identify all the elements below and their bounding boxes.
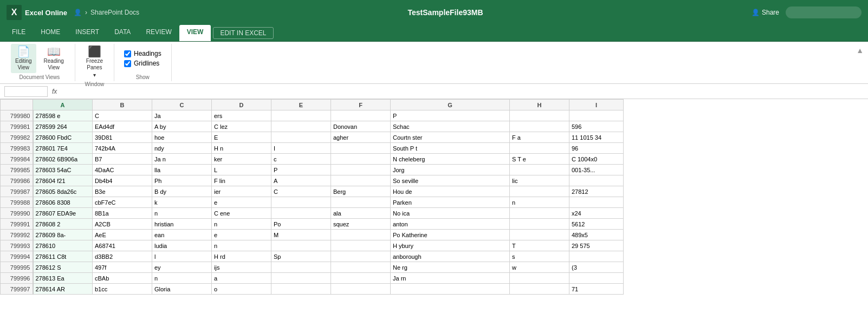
cell-g[interactable]: Parken: [391, 197, 510, 208]
cell-b[interactable]: 39D81: [93, 132, 152, 143]
cell-i[interactable]: 5612: [569, 219, 624, 230]
cell-f[interactable]: Berg: [331, 186, 391, 197]
cell-e[interactable]: [271, 132, 331, 143]
cell-a[interactable]: 278609 8a-: [33, 230, 93, 240]
cell-c[interactable]: l: [152, 251, 212, 262]
cell-d[interactable]: o: [212, 284, 271, 295]
table-row[interactable]: 799990278607 EDA9e8B1anC enealaNo icax24: [1, 208, 624, 219]
cell-f[interactable]: [331, 251, 391, 262]
cell-b[interactable]: Db4b4: [93, 175, 152, 186]
cell-e[interactable]: A: [271, 175, 331, 186]
cell-c[interactable]: ey: [152, 262, 212, 273]
cell-b[interactable]: A2CB: [93, 219, 152, 230]
col-header-f[interactable]: F: [331, 100, 391, 110]
cell-d[interactable]: ijs: [212, 262, 271, 273]
cell-a[interactable]: 278601 7E4: [33, 143, 93, 154]
cell-a[interactable]: 278600 FbdC: [33, 132, 93, 143]
cell-c[interactable]: ndy: [152, 143, 212, 154]
cell-g[interactable]: N cheleberg: [391, 154, 510, 165]
cell-i[interactable]: [569, 175, 624, 186]
tab-edit-in-excel[interactable]: EDIT IN EXCEL: [213, 27, 273, 39]
cell-h[interactable]: n: [510, 197, 569, 208]
freeze-panes-button[interactable]: ⬛ FreezePanes ▾: [82, 44, 107, 80]
cell-a[interactable]: 278608 2: [33, 219, 93, 230]
tab-home[interactable]: HOME: [33, 25, 68, 41]
cell-b[interactable]: 497f: [93, 262, 152, 273]
table-row[interactable]: 799987278605 8da26cB3eB dyierCBergHou de…: [1, 186, 624, 197]
cell-f[interactable]: [331, 165, 391, 175]
cell-a[interactable]: 278598 e: [33, 110, 93, 121]
cell-e[interactable]: [271, 121, 331, 132]
cell-i[interactable]: 27812: [569, 186, 624, 197]
cell-a[interactable]: 278603 54aC: [33, 165, 93, 175]
cell-e[interactable]: [271, 273, 331, 284]
cell-h[interactable]: [510, 121, 569, 132]
cell-d[interactable]: H n: [212, 143, 271, 154]
cell-g[interactable]: Courtn ster: [391, 132, 510, 143]
cell-d[interactable]: C ene: [212, 208, 271, 219]
cell-i[interactable]: (3: [569, 262, 624, 273]
cell-f[interactable]: [331, 284, 391, 295]
cell-d[interactable]: F lin: [212, 175, 271, 186]
cell-f[interactable]: [331, 197, 391, 208]
cell-f[interactable]: [331, 154, 391, 165]
cell-h[interactable]: F a: [510, 132, 569, 143]
cell-g[interactable]: anborough: [391, 251, 510, 262]
cell-d[interactable]: ker: [212, 154, 271, 165]
cell-a[interactable]: 278606 8308: [33, 197, 93, 208]
cell-g[interactable]: So seville: [391, 175, 510, 186]
cell-f[interactable]: [331, 143, 391, 154]
cell-d[interactable]: E: [212, 132, 271, 143]
table-row[interactable]: 799984278602 6B906aB7Ja nkercN cheleberg…: [1, 154, 624, 165]
cell-h[interactable]: s: [510, 251, 569, 262]
cell-g[interactable]: South P t: [391, 143, 510, 154]
cell-c[interactable]: B dy: [152, 186, 212, 197]
table-row[interactable]: 799997278614 ARb1ccGloriao71: [1, 284, 624, 295]
cell-b[interactable]: A68741: [93, 240, 152, 251]
cell-a[interactable]: 278610: [33, 240, 93, 251]
cell-f[interactable]: ala: [331, 208, 391, 219]
cell-h[interactable]: [510, 230, 569, 240]
ribbon-scroll-up[interactable]: ▲: [856, 46, 864, 55]
cell-d[interactable]: e: [212, 197, 271, 208]
table-row[interactable]: 799983278601 7E4742b4AndyH nISouth P t96: [1, 143, 624, 154]
cell-h[interactable]: [510, 273, 569, 284]
cell-h[interactable]: [510, 165, 569, 175]
cell-b[interactable]: cBAb: [93, 273, 152, 284]
table-row[interactable]: 799985278603 54aC4DaACllaLPJorg001-35...: [1, 165, 624, 175]
col-header-c[interactable]: C: [152, 100, 212, 110]
cell-g[interactable]: No ica: [391, 208, 510, 219]
cell-g[interactable]: Ne rg: [391, 262, 510, 273]
cell-i[interactable]: 29 575: [569, 240, 624, 251]
cell-a[interactable]: 278604 f21: [33, 175, 93, 186]
table-row[interactable]: 799991278608 2A2CBhristiannPosquezanton5…: [1, 219, 624, 230]
table-row[interactable]: 799994278611 C8td3BB2lH rdSpanboroughs: [1, 251, 624, 262]
cell-b[interactable]: b1cc: [93, 284, 152, 295]
cell-d[interactable]: H rd: [212, 251, 271, 262]
cell-g[interactable]: H ybury: [391, 240, 510, 251]
cell-i[interactable]: 001-35...: [569, 165, 624, 175]
col-header-h[interactable]: H: [510, 100, 569, 110]
cell-i[interactable]: [569, 197, 624, 208]
cell-g[interactable]: anton: [391, 219, 510, 230]
cell-d[interactable]: C lez: [212, 121, 271, 132]
cell-f[interactable]: [331, 273, 391, 284]
cell-d[interactable]: ers: [212, 110, 271, 121]
cell-f[interactable]: [331, 262, 391, 273]
cell-f[interactable]: [331, 175, 391, 186]
table-row[interactable]: 799992278609 8a-AeEeaneMPo Katherine489x…: [1, 230, 624, 240]
cell-e[interactable]: [271, 240, 331, 251]
cell-i[interactable]: [569, 251, 624, 262]
search-input[interactable]: [786, 6, 861, 18]
tab-file[interactable]: FILE: [4, 25, 33, 41]
cell-a[interactable]: 278612 S: [33, 262, 93, 273]
cell-b[interactable]: d3BB2: [93, 251, 152, 262]
table-row[interactable]: 799988278606 8308cbF7eCkeParkenn: [1, 197, 624, 208]
cell-b[interactable]: B3e: [93, 186, 152, 197]
gridlines-checkbox-label[interactable]: Gridlines: [124, 60, 161, 67]
table-row[interactable]: 799980278598 eCJaersP: [1, 110, 624, 121]
cell-b[interactable]: 8B1a: [93, 208, 152, 219]
cell-i[interactable]: 96: [569, 143, 624, 154]
cell-a[interactable]: 278607 EDA9e: [33, 208, 93, 219]
cell-h[interactable]: S T e: [510, 154, 569, 165]
